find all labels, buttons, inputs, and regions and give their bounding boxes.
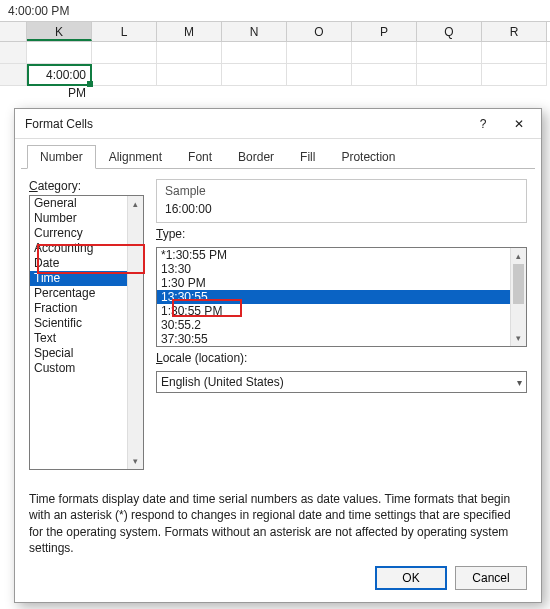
type-item[interactable]: 30:55.2 xyxy=(157,318,510,332)
category-item[interactable]: General xyxy=(30,196,127,211)
cell[interactable] xyxy=(92,64,157,86)
formula-bar[interactable]: 4:00:00 PM xyxy=(0,0,550,22)
right-column: Sample 16:00:00 Type: *1:30:55 PM13:301:… xyxy=(156,179,527,477)
type-item[interactable]: 1:30 PM xyxy=(157,276,510,290)
category-item[interactable]: Scientific xyxy=(30,316,127,331)
type-item[interactable]: 13:30 xyxy=(157,262,510,276)
scroll-up-icon[interactable]: ▴ xyxy=(128,196,143,212)
row-header[interactable] xyxy=(0,42,27,64)
col-header[interactable]: R xyxy=(482,22,547,41)
cell[interactable] xyxy=(287,64,352,86)
col-header[interactable]: M xyxy=(157,22,222,41)
category-item[interactable]: Percentage xyxy=(30,286,127,301)
sample-box: Sample 16:00:00 xyxy=(156,179,527,223)
cell[interactable] xyxy=(417,42,482,64)
category-item[interactable]: Currency xyxy=(30,226,127,241)
cell[interactable] xyxy=(222,64,287,86)
category-label: Category: xyxy=(29,179,144,193)
grid-row xyxy=(0,42,550,64)
col-header[interactable]: P xyxy=(352,22,417,41)
tab-number[interactable]: Number xyxy=(27,145,96,169)
locale-label: Locale (location): xyxy=(156,351,527,365)
cell[interactable] xyxy=(482,64,547,86)
category-item[interactable]: Special xyxy=(30,346,127,361)
category-item[interactable]: Custom xyxy=(30,361,127,376)
locale-select[interactable]: English (United States) ▾ xyxy=(156,371,527,393)
tab-content: Category: GeneralNumberCurrencyAccountin… xyxy=(15,169,541,556)
category-item[interactable]: Text xyxy=(30,331,127,346)
tab-font[interactable]: Font xyxy=(175,145,225,168)
type-item[interactable]: 1:30:55 PM xyxy=(157,304,510,318)
type-item[interactable]: 13:30:55 xyxy=(157,290,510,304)
type-listbox[interactable]: *1:30:55 PM13:301:30 PM13:30:551:30:55 P… xyxy=(156,247,527,347)
scrollbar[interactable]: ▴ ▾ xyxy=(127,196,143,469)
col-header[interactable]: N xyxy=(222,22,287,41)
dialog-title: Format Cells xyxy=(25,117,465,131)
col-header[interactable]: Q xyxy=(417,22,482,41)
scrollbar[interactable]: ▴ ▾ xyxy=(510,248,526,346)
tab-fill[interactable]: Fill xyxy=(287,145,328,168)
selected-cell[interactable]: 4:00:00 PM xyxy=(27,64,92,86)
cell[interactable] xyxy=(222,42,287,64)
scroll-up-icon[interactable]: ▴ xyxy=(511,248,526,264)
tab-alignment[interactable]: Alignment xyxy=(96,145,175,168)
cell[interactable] xyxy=(92,42,157,64)
grid-row: 4:00:00 PM xyxy=(0,64,550,86)
category-item[interactable]: Number xyxy=(30,211,127,226)
scroll-down-icon[interactable]: ▾ xyxy=(511,330,526,346)
col-header[interactable]: O xyxy=(287,22,352,41)
cell[interactable] xyxy=(352,42,417,64)
type-label: Type: xyxy=(156,227,527,241)
row-header[interactable] xyxy=(0,64,27,86)
cell[interactable] xyxy=(27,42,92,64)
cell[interactable] xyxy=(157,42,222,64)
cell[interactable] xyxy=(157,64,222,86)
tab-border[interactable]: Border xyxy=(225,145,287,168)
button-row: OK Cancel xyxy=(15,556,541,602)
category-column: Category: GeneralNumberCurrencyAccountin… xyxy=(29,179,144,477)
help-icon: ? xyxy=(480,117,487,131)
col-header[interactable]: L xyxy=(92,22,157,41)
type-item[interactable]: 37:30:55 xyxy=(157,332,510,346)
cell[interactable] xyxy=(417,64,482,86)
help-button[interactable]: ? xyxy=(465,110,501,138)
chevron-down-icon: ▾ xyxy=(517,377,522,388)
category-item[interactable]: Time xyxy=(30,271,127,286)
scroll-thumb[interactable] xyxy=(513,264,524,304)
category-item[interactable]: Fraction xyxy=(30,301,127,316)
description-text: Time formats display date and time seria… xyxy=(29,491,527,556)
category-item[interactable]: Date xyxy=(30,256,127,271)
col-header[interactable]: K xyxy=(27,22,92,41)
ok-button[interactable]: OK xyxy=(375,566,447,590)
sample-label: Sample xyxy=(165,184,518,198)
tab-protection[interactable]: Protection xyxy=(328,145,408,168)
col-header-blank xyxy=(0,22,27,41)
format-cells-dialog: Format Cells ? ✕ Number Alignment Font B… xyxy=(14,108,542,603)
cell[interactable] xyxy=(482,42,547,64)
category-listbox[interactable]: GeneralNumberCurrencyAccountingDateTimeP… xyxy=(29,195,144,470)
cancel-button[interactable]: Cancel xyxy=(455,566,527,590)
titlebar: Format Cells ? ✕ xyxy=(15,109,541,139)
category-item[interactable]: Accounting xyxy=(30,241,127,256)
scroll-down-icon[interactable]: ▾ xyxy=(128,453,143,469)
close-button[interactable]: ✕ xyxy=(501,110,537,138)
column-headers: K L M N O P Q R xyxy=(0,22,550,42)
locale-value: English (United States) xyxy=(161,375,284,389)
close-icon: ✕ xyxy=(514,117,524,131)
sample-value: 16:00:00 xyxy=(165,202,518,216)
cell[interactable] xyxy=(287,42,352,64)
cell[interactable] xyxy=(352,64,417,86)
tabs: Number Alignment Font Border Fill Protec… xyxy=(21,143,535,169)
type-item[interactable]: *1:30:55 PM xyxy=(157,248,510,262)
